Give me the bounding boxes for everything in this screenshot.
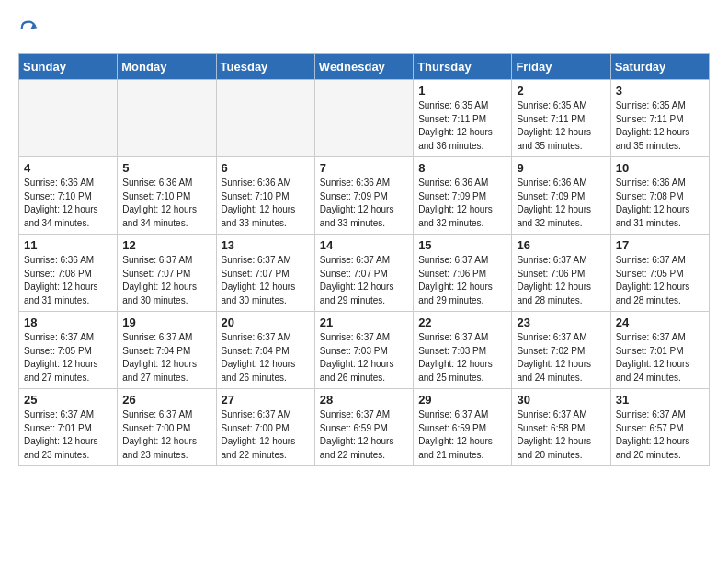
- day-number: 1: [418, 84, 506, 98]
- day-number: 21: [320, 316, 408, 329]
- day-info: Sunrise: 6:37 AM Sunset: 6:57 PM Dayligh…: [616, 408, 704, 462]
- calendar-day-header: Tuesday: [216, 54, 314, 80]
- day-number: 19: [122, 316, 210, 329]
- day-number: 8: [418, 161, 506, 175]
- calendar-day-cell: 30Sunrise: 6:37 AM Sunset: 6:58 PM Dayli…: [512, 389, 610, 466]
- calendar-day-cell: 4Sunrise: 6:36 AM Sunset: 7:10 PM Daylig…: [19, 157, 118, 235]
- day-number: 15: [418, 238, 506, 252]
- day-info: Sunrise: 6:37 AM Sunset: 7:07 PM Dayligh…: [222, 254, 310, 307]
- day-info: Sunrise: 6:36 AM Sunset: 7:08 PM Dayligh…: [616, 177, 704, 230]
- logo-icon: [18, 18, 39, 39]
- calendar-day-cell: 15Sunrise: 6:37 AM Sunset: 7:06 PM Dayli…: [414, 235, 512, 312]
- calendar-day-cell: 2Sunrise: 6:35 AM Sunset: 7:11 PM Daylig…: [512, 80, 610, 157]
- day-info: Sunrise: 6:37 AM Sunset: 7:05 PM Dayligh…: [616, 254, 704, 307]
- day-info: Sunrise: 6:37 AM Sunset: 6:59 PM Dayligh…: [320, 408, 408, 462]
- day-info: Sunrise: 6:37 AM Sunset: 7:01 PM Dayligh…: [616, 331, 704, 385]
- day-number: 13: [222, 238, 310, 252]
- calendar-day-cell: 27Sunrise: 6:37 AM Sunset: 7:00 PM Dayli…: [216, 389, 314, 466]
- calendar-day-cell: 6Sunrise: 6:36 AM Sunset: 7:10 PM Daylig…: [216, 157, 314, 235]
- calendar-day-cell: 8Sunrise: 6:36 AM Sunset: 7:09 PM Daylig…: [414, 157, 512, 235]
- day-number: 5: [122, 161, 210, 175]
- day-number: 29: [418, 393, 506, 407]
- calendar-day-cell: [19, 80, 118, 157]
- day-info: Sunrise: 6:35 AM Sunset: 7:11 PM Dayligh…: [418, 99, 506, 153]
- calendar-day-cell: 17Sunrise: 6:37 AM Sunset: 7:05 PM Dayli…: [610, 235, 709, 312]
- calendar-day-header: Saturday: [610, 54, 709, 80]
- day-info: Sunrise: 6:37 AM Sunset: 7:03 PM Dayligh…: [320, 331, 408, 385]
- day-info: Sunrise: 6:37 AM Sunset: 7:07 PM Dayligh…: [320, 254, 408, 307]
- logo: [18, 18, 46, 39]
- day-number: 10: [616, 161, 704, 175]
- svg-marker-1: [30, 24, 37, 29]
- day-info: Sunrise: 6:36 AM Sunset: 7:10 PM Dayligh…: [122, 177, 210, 230]
- calendar-day-cell: 26Sunrise: 6:37 AM Sunset: 7:00 PM Dayli…: [118, 389, 216, 466]
- calendar-day-header: Wednesday: [314, 54, 413, 80]
- day-info: Sunrise: 6:37 AM Sunset: 7:06 PM Dayligh…: [418, 254, 506, 307]
- day-number: 20: [222, 316, 310, 329]
- day-info: Sunrise: 6:37 AM Sunset: 7:00 PM Dayligh…: [222, 408, 310, 462]
- calendar-day-cell: 3Sunrise: 6:35 AM Sunset: 7:11 PM Daylig…: [610, 80, 709, 157]
- day-info: Sunrise: 6:36 AM Sunset: 7:10 PM Dayligh…: [222, 177, 310, 230]
- calendar-week-row: 25Sunrise: 6:37 AM Sunset: 7:01 PM Dayli…: [19, 389, 710, 466]
- day-number: 6: [222, 161, 310, 175]
- day-info: Sunrise: 6:37 AM Sunset: 6:58 PM Dayligh…: [517, 408, 605, 462]
- day-info: Sunrise: 6:37 AM Sunset: 7:07 PM Dayligh…: [122, 254, 210, 307]
- calendar-day-cell: [314, 80, 413, 157]
- calendar-day-cell: 29Sunrise: 6:37 AM Sunset: 6:59 PM Dayli…: [414, 389, 512, 466]
- day-number: 14: [320, 238, 408, 252]
- calendar-day-cell: 24Sunrise: 6:37 AM Sunset: 7:01 PM Dayli…: [610, 312, 709, 389]
- calendar-day-cell: 31Sunrise: 6:37 AM Sunset: 6:57 PM Dayli…: [610, 389, 709, 466]
- calendar-day-cell: 28Sunrise: 6:37 AM Sunset: 6:59 PM Dayli…: [314, 389, 413, 466]
- day-number: 28: [320, 393, 408, 407]
- day-info: Sunrise: 6:37 AM Sunset: 7:01 PM Dayligh…: [24, 408, 112, 462]
- calendar-day-cell: 1Sunrise: 6:35 AM Sunset: 7:11 PM Daylig…: [414, 80, 512, 157]
- calendar-day-cell: 7Sunrise: 6:36 AM Sunset: 7:09 PM Daylig…: [314, 157, 413, 235]
- calendar-day-cell: 5Sunrise: 6:36 AM Sunset: 7:10 PM Daylig…: [118, 157, 216, 235]
- day-number: 17: [616, 238, 704, 252]
- calendar-day-cell: 16Sunrise: 6:37 AM Sunset: 7:06 PM Dayli…: [512, 235, 610, 312]
- calendar-day-header: Thursday: [414, 54, 512, 80]
- calendar-day-cell: 18Sunrise: 6:37 AM Sunset: 7:05 PM Dayli…: [19, 312, 118, 389]
- day-info: Sunrise: 6:37 AM Sunset: 7:00 PM Dayligh…: [122, 408, 210, 462]
- calendar-table: SundayMondayTuesdayWednesdayThursdayFrid…: [18, 53, 710, 466]
- day-info: Sunrise: 6:36 AM Sunset: 7:09 PM Dayligh…: [320, 177, 408, 230]
- day-info: Sunrise: 6:37 AM Sunset: 7:05 PM Dayligh…: [24, 331, 112, 385]
- day-number: 31: [616, 393, 704, 407]
- calendar-day-cell: 21Sunrise: 6:37 AM Sunset: 7:03 PM Dayli…: [314, 312, 413, 389]
- day-number: 12: [122, 238, 210, 252]
- day-info: Sunrise: 6:37 AM Sunset: 7:04 PM Dayligh…: [122, 331, 210, 385]
- calendar-day-cell: 12Sunrise: 6:37 AM Sunset: 7:07 PM Dayli…: [118, 235, 216, 312]
- calendar-day-cell: [216, 80, 314, 157]
- calendar-day-header: Monday: [118, 54, 216, 80]
- calendar-day-cell: 11Sunrise: 6:36 AM Sunset: 7:08 PM Dayli…: [19, 235, 118, 312]
- day-info: Sunrise: 6:37 AM Sunset: 7:03 PM Dayligh…: [418, 331, 506, 385]
- calendar-day-cell: 10Sunrise: 6:36 AM Sunset: 7:08 PM Dayli…: [610, 157, 709, 235]
- calendar-day-cell: 25Sunrise: 6:37 AM Sunset: 7:01 PM Dayli…: [19, 389, 118, 466]
- day-number: 23: [517, 316, 605, 329]
- calendar-day-cell: 13Sunrise: 6:37 AM Sunset: 7:07 PM Dayli…: [216, 235, 314, 312]
- day-number: 24: [616, 316, 704, 329]
- calendar-day-cell: 22Sunrise: 6:37 AM Sunset: 7:03 PM Dayli…: [414, 312, 512, 389]
- day-number: 2: [517, 84, 605, 98]
- calendar-day-cell: 19Sunrise: 6:37 AM Sunset: 7:04 PM Dayli…: [118, 312, 216, 389]
- day-number: 16: [517, 238, 605, 252]
- calendar-week-row: 11Sunrise: 6:36 AM Sunset: 7:08 PM Dayli…: [19, 235, 710, 312]
- calendar-day-cell: [118, 80, 216, 157]
- day-info: Sunrise: 6:37 AM Sunset: 7:04 PM Dayligh…: [222, 331, 310, 385]
- page-header: [18, 18, 710, 39]
- day-number: 26: [122, 393, 210, 407]
- day-info: Sunrise: 6:36 AM Sunset: 7:08 PM Dayligh…: [24, 254, 112, 307]
- day-info: Sunrise: 6:37 AM Sunset: 7:06 PM Dayligh…: [517, 254, 605, 307]
- day-info: Sunrise: 6:37 AM Sunset: 7:02 PM Dayligh…: [517, 331, 605, 385]
- day-info: Sunrise: 6:36 AM Sunset: 7:09 PM Dayligh…: [517, 177, 605, 230]
- day-number: 25: [24, 393, 112, 407]
- day-number: 11: [24, 238, 112, 252]
- day-number: 3: [616, 84, 704, 98]
- day-info: Sunrise: 6:35 AM Sunset: 7:11 PM Dayligh…: [616, 99, 704, 153]
- calendar-day-cell: 9Sunrise: 6:36 AM Sunset: 7:09 PM Daylig…: [512, 157, 610, 235]
- calendar-day-cell: 20Sunrise: 6:37 AM Sunset: 7:04 PM Dayli…: [216, 312, 314, 389]
- day-info: Sunrise: 6:36 AM Sunset: 7:09 PM Dayligh…: [418, 177, 506, 230]
- calendar-day-header: Sunday: [19, 54, 118, 80]
- day-number: 4: [24, 161, 112, 175]
- day-number: 7: [320, 161, 408, 175]
